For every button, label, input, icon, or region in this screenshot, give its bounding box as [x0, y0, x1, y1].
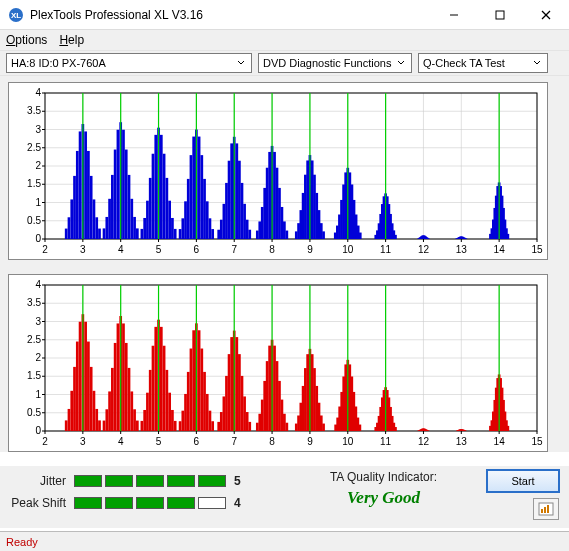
svg-rect-288	[141, 421, 144, 431]
svg-rect-277	[108, 391, 111, 431]
svg-rect-80	[209, 218, 212, 239]
svg-text:0: 0	[35, 233, 41, 244]
svg-text:8: 8	[269, 436, 275, 447]
svg-text:0.5: 0.5	[27, 215, 41, 226]
svg-text:1: 1	[35, 389, 41, 400]
svg-rect-298	[168, 393, 171, 431]
svg-rect-329	[261, 400, 264, 431]
svg-rect-285	[130, 391, 133, 431]
svg-rect-103	[276, 168, 279, 239]
test-select[interactable]: Q-Check TA Test	[418, 53, 548, 73]
save-image-button[interactable]	[533, 498, 559, 520]
menu-options[interactable]: Options	[6, 33, 47, 47]
svg-text:8: 8	[269, 244, 275, 255]
maximize-button[interactable]	[477, 0, 523, 29]
svg-rect-102	[273, 152, 276, 239]
svg-rect-282	[122, 323, 125, 431]
start-button[interactable]: Start	[487, 470, 559, 492]
svg-rect-55	[136, 228, 139, 239]
svg-rect-104	[278, 188, 281, 239]
svg-rect-264	[70, 391, 73, 431]
svg-rect-96	[258, 221, 261, 239]
svg-text:3: 3	[35, 124, 41, 135]
svg-rect-95	[256, 231, 259, 239]
svg-text:11: 11	[380, 436, 392, 447]
content-area: 00.511.522.533.5423456789101112131415 00…	[0, 76, 569, 452]
svg-text:6: 6	[194, 244, 200, 255]
svg-text:2: 2	[42, 436, 48, 447]
svg-rect-290	[146, 393, 149, 431]
svg-rect-271	[90, 367, 93, 431]
svg-rect-289	[143, 410, 146, 431]
svg-rect-146	[394, 235, 397, 239]
status-text: Ready	[6, 536, 38, 548]
svg-rect-93	[246, 220, 249, 239]
svg-text:2.5: 2.5	[27, 142, 41, 153]
svg-rect-73	[190, 155, 193, 239]
svg-rect-334	[273, 346, 276, 431]
category-select[interactable]: DVD Diagnostic Functions	[258, 53, 412, 73]
chevron-down-icon	[529, 54, 545, 72]
svg-rect-40	[93, 199, 96, 239]
svg-rect-471	[547, 505, 549, 513]
svg-rect-51	[125, 150, 128, 239]
minimize-button[interactable]	[431, 0, 477, 29]
svg-rect-87	[230, 143, 233, 239]
svg-rect-106	[283, 221, 286, 239]
svg-rect-65	[166, 178, 169, 239]
svg-text:0.5: 0.5	[27, 407, 41, 418]
close-button[interactable]	[523, 0, 569, 29]
svg-text:XL: XL	[11, 11, 21, 20]
svg-rect-85	[225, 183, 228, 239]
svg-rect-45	[108, 199, 111, 239]
peak-shift-value: 4	[234, 496, 241, 510]
svg-text:15: 15	[531, 436, 543, 447]
svg-rect-90	[238, 161, 241, 239]
svg-text:0: 0	[35, 425, 41, 436]
bar-segment	[167, 497, 195, 509]
svg-rect-273	[95, 409, 98, 431]
svg-rect-338	[283, 414, 286, 431]
svg-rect-319	[230, 337, 233, 431]
svg-rect-52	[128, 175, 131, 239]
svg-text:11: 11	[380, 244, 392, 255]
app-icon: XL	[8, 7, 24, 23]
svg-rect-157	[427, 238, 430, 239]
svg-rect-263	[68, 409, 71, 431]
svg-rect-327	[256, 423, 259, 431]
bar-segment	[136, 475, 164, 487]
svg-rect-276	[105, 409, 108, 431]
svg-rect-105	[281, 207, 284, 239]
svg-rect-33	[73, 176, 76, 239]
svg-text:12: 12	[418, 436, 430, 447]
device-select-value: HA:8 ID:0 PX-760A	[11, 57, 106, 69]
menubar: Options Help	[0, 30, 569, 50]
svg-rect-322	[238, 354, 241, 431]
menu-help[interactable]: Help	[59, 33, 84, 47]
svg-text:4: 4	[35, 87, 41, 98]
svg-rect-35	[79, 131, 82, 239]
svg-rect-69	[179, 229, 182, 239]
device-select[interactable]: HA:8 ID:0 PX-760A	[6, 53, 252, 73]
svg-rect-378	[394, 427, 397, 431]
svg-rect-77	[200, 155, 203, 239]
svg-rect-287	[136, 421, 139, 431]
svg-rect-331	[266, 361, 269, 431]
svg-rect-48	[117, 130, 120, 239]
svg-text:14: 14	[494, 436, 506, 447]
svg-rect-76	[198, 137, 201, 239]
svg-rect-84	[223, 204, 226, 239]
statusbar: Ready	[0, 531, 569, 551]
svg-rect-53	[130, 199, 133, 239]
svg-rect-303	[184, 394, 187, 431]
svg-rect-293	[154, 327, 157, 431]
chart-top: 00.511.522.533.5423456789101112131415	[8, 82, 548, 260]
bar-segment	[136, 497, 164, 509]
svg-rect-47	[114, 150, 117, 239]
svg-text:10: 10	[342, 436, 354, 447]
svg-rect-79	[206, 201, 209, 239]
svg-rect-297	[166, 370, 169, 431]
svg-rect-58	[146, 201, 149, 239]
svg-rect-352	[322, 424, 325, 431]
svg-text:12: 12	[418, 244, 430, 255]
